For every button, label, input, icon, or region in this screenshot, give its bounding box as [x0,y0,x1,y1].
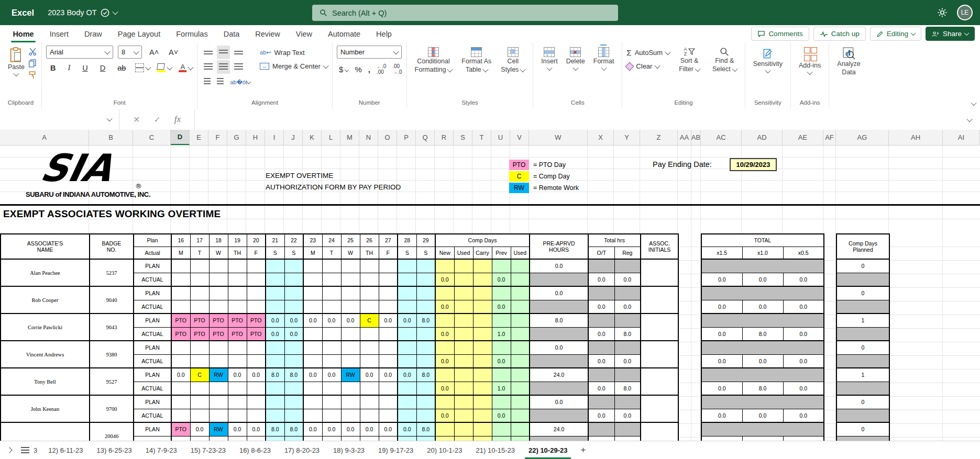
header-total-x0.5[interactable]: x0.5 [783,247,824,259]
search-input[interactable]: Search (Alt + Q) [312,5,618,21]
cell-day-plan[interactable] [266,259,284,273]
column-header-AD[interactable]: AD [742,130,783,145]
header-day-20[interactable]: 20 [247,234,266,247]
cell-day-actual[interactable] [303,327,322,341]
cell-total-plan[interactable] [701,368,824,382]
cell-reg-actual[interactable]: 0.0 [614,273,641,286]
cell-day-plan[interactable] [284,286,303,300]
cell-row-label-actual[interactable]: ACTUAL [134,409,171,422]
sheet-tab-21-10-15-23[interactable]: 21) 10-15-23 [469,441,522,459]
column-header-G[interactable]: G [227,130,246,145]
share-button[interactable]: Share [926,27,975,41]
column-header-P[interactable]: P [397,130,416,145]
cell-day-plan[interactable] [398,395,416,409]
cell-planned-grey[interactable] [836,409,889,422]
cell-comp-actual[interactable] [454,327,473,341]
cell-day-plan[interactable]: 0.0 [341,422,360,436]
cell-day-plan[interactable]: 0.0 [322,422,341,436]
header-day-24[interactable]: 24 [322,234,341,247]
sheet-tab-12-6-11-23[interactable]: 12) 6-11-23 [41,441,90,459]
cell-total-actual[interactable]: 0.0 [701,436,742,441]
column-header-L[interactable]: L [322,130,340,145]
cell-day-actual[interactable] [228,354,247,368]
cell-preapproved-plan[interactable]: 0.0 [530,395,588,409]
cell-row-label-actual[interactable]: ACTUAL [134,327,171,341]
cell-day-plan[interactable] [209,286,228,300]
cell-day-plan[interactable] [360,286,379,300]
cell-day-plan[interactable]: 8.0 [284,368,303,382]
cell-comp-actual[interactable]: 0.0 [435,327,454,341]
cell-day-plan[interactable] [360,259,379,273]
cell-day-actual[interactable]: PTO [209,327,228,341]
cell-day-actual[interactable]: 0.0 [266,327,284,341]
cell-associate-name[interactable]: Corrie Pawlicki [1,314,90,341]
cell-initials[interactable] [641,286,678,314]
cell-comp-plan[interactable] [511,395,530,409]
cell-day-actual[interactable] [360,273,379,286]
cell-comp-plan[interactable] [473,422,492,436]
cell-row-label-actual[interactable]: ACTUAL [134,273,171,286]
cell-comp-plan[interactable] [435,422,454,436]
cell-day-actual[interactable] [398,436,416,441]
column-header-X[interactable]: X [588,130,614,145]
cell-day-plan[interactable]: 0.0 [360,422,379,436]
cell-reg-plan[interactable] [614,259,641,273]
header-total-hrs[interactable]: Total hrs [588,234,641,247]
cell-day-plan[interactable]: 0.0 [303,422,322,436]
cell-comp-plan[interactable] [511,314,530,327]
cell-comp-plan[interactable] [454,286,473,300]
cell-day-plan[interactable]: PTO [171,314,190,327]
cell-day-actual[interactable] [284,273,303,286]
addins-button[interactable]: Add-ins [795,46,824,76]
cell-day-plan[interactable] [341,286,360,300]
column-header-R[interactable]: R [435,130,454,145]
ribbon-tab-view[interactable]: View [288,25,320,42]
merge-center-button[interactable]: ↔ Merge & Center [260,62,328,70]
cell-row-label-actual[interactable]: ACTUAL [134,436,171,441]
cell-day-actual[interactable] [247,382,266,395]
cell-day-actual[interactable] [398,327,416,341]
cell-preapproved-plan[interactable]: 0.0 [530,259,588,273]
cell-day-actual[interactable] [416,354,435,368]
cell-day-plan[interactable] [171,286,190,300]
cell-total-plan[interactable] [701,259,824,273]
cell-comp-plan[interactable] [473,395,492,409]
cell-day-actual[interactable] [360,436,379,441]
borders-button[interactable] [135,63,150,72]
cell-preapproved-actual[interactable] [530,382,588,395]
cell-total-actual[interactable]: 0.0 [783,300,824,314]
cell-ot-plan[interactable] [588,422,614,436]
sheet-tab-19-9-17-23[interactable]: 19) 9-17-23 [371,441,420,459]
settings-gear-icon[interactable] [937,7,948,18]
cell-day-actual[interactable] [303,382,322,395]
cell-reg-actual[interactable]: 8.0 [614,382,641,395]
cell-comp-plan[interactable] [454,341,473,354]
cell-day-plan[interactable] [247,259,266,273]
cell-ot-plan[interactable] [588,286,614,300]
header-comp-days[interactable]: Comp Days [435,234,530,247]
column-header-N[interactable]: N [359,130,378,145]
column-header-AE[interactable]: AE [783,130,823,145]
cell-day-actual[interactable] [322,300,341,314]
editing-mode-button[interactable]: Editing [870,27,921,41]
cell-comp-plan[interactable] [473,341,492,354]
cell-associate-name[interactable]: Tony Bell [1,368,90,395]
cell-day-plan[interactable]: 0.0 [303,314,322,327]
cell-day-plan[interactable] [398,259,416,273]
header-dow[interactable]: TH [360,247,379,259]
cell-day-plan[interactable] [266,341,284,354]
cell-day-actual[interactable] [360,382,379,395]
cell-total-actual[interactable]: 0.0 [783,273,824,286]
cell-ot-plan[interactable] [588,341,614,354]
cell-day-actual[interactable] [341,409,360,422]
cell-day-plan[interactable] [379,341,398,354]
cell-day-actual[interactable] [190,273,209,286]
header-dow[interactable]: M [303,247,322,259]
sensitivity-button[interactable]: Sensitivity [750,46,786,75]
cell-day-actual[interactable] [171,409,190,422]
cell-day-plan[interactable] [171,259,190,273]
cell-comp-plan[interactable] [492,286,511,300]
cell-day-plan[interactable] [209,259,228,273]
cell-total-plan[interactable] [701,314,824,327]
add-sheet-button[interactable]: + [574,445,592,455]
